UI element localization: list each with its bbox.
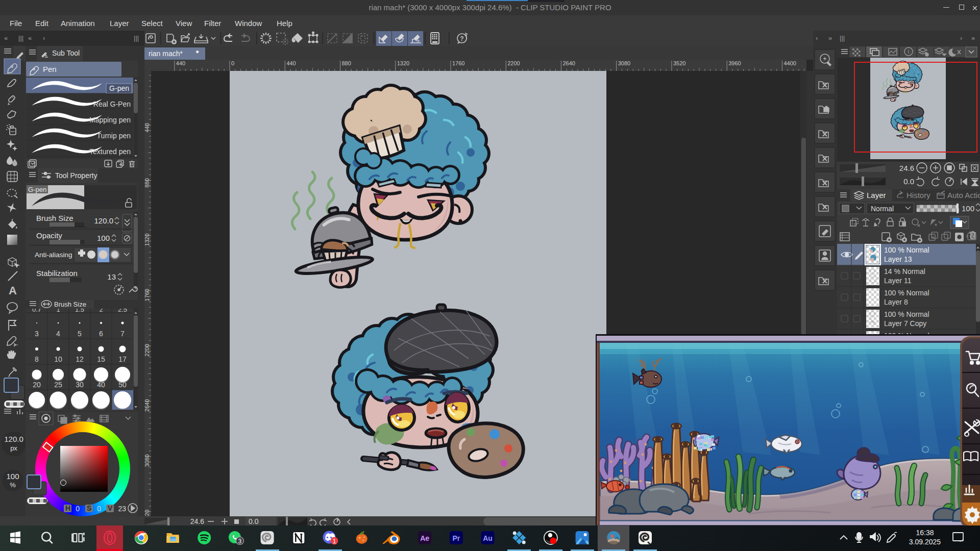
svg-text:100: 100 [962,204,974,213]
svg-text:100: 100 [6,472,19,481]
svg-text:1320: 1320 [397,60,409,66]
svg-text:2640: 2640 [144,399,150,411]
svg-text:Brush Size: Brush Size [36,214,74,222]
svg-text:G-pen: G-pen [109,84,129,92]
svg-text:120.0: 120.0 [4,435,23,443]
svg-text:14 % Normal: 14 % Normal [884,267,925,276]
svg-text:Real G-Pen: Real G-Pen [93,100,131,108]
svg-text:i: i [908,48,909,55]
svg-text:880: 880 [144,179,150,188]
svg-text:440: 440 [144,123,150,132]
svg-text:24.6: 24.6 [899,164,914,172]
svg-text:Brush Size: Brush Size [54,300,86,308]
svg-text:Layer 8: Layer 8 [884,298,908,306]
svg-text:Ae: Ae [420,534,429,542]
svg-text:100 % Normal: 100 % Normal [884,289,929,297]
svg-text:Sub Tool: Sub Tool [52,49,80,57]
svg-text:1: 1 [333,538,336,545]
svg-text:Anti-aliasing: Anti-aliasing [35,251,72,259]
svg-text:440: 440 [176,60,185,66]
svg-text:%: % [10,481,16,489]
svg-text:Auto Action: Auto Action [947,191,980,199]
svg-text:4: 4 [56,330,60,338]
svg-text:50: 50 [118,381,127,389]
svg-text:Layer 7 Copy: Layer 7 Copy [884,319,926,328]
svg-text:0: 0 [76,505,80,513]
svg-text:Normal: Normal [871,205,894,213]
svg-text:3960: 3960 [728,60,741,66]
svg-text:0: 0 [231,60,234,66]
svg-text:23: 23 [118,505,126,513]
svg-text:G-pen: G-pen [28,186,46,193]
svg-text:Pr: Pr [452,534,460,542]
svg-text:Layer 13: Layer 13 [884,255,912,263]
svg-text:15: 15 [97,355,105,363]
svg-text:1760: 1760 [144,289,150,301]
svg-text:1760: 1760 [452,60,464,66]
svg-text:3080: 3080 [144,455,150,467]
svg-text:Textured pen: Textured pen [89,147,131,156]
svg-text:2640: 2640 [562,60,575,66]
svg-text:Layer: Layer [867,191,886,199]
svg-text:Layer 11: Layer 11 [884,277,912,285]
svg-text:S: S [87,504,91,512]
svg-text:5: 5 [78,330,82,338]
svg-text:0: 0 [97,505,101,513]
svg-text:Turnip pen: Turnip pen [97,132,131,140]
svg-text:1320: 1320 [144,234,150,246]
svg-text:3520: 3520 [673,60,685,66]
svg-text:25: 25 [54,381,62,389]
svg-text:?: ? [460,35,463,42]
svg-text:16:38: 16:38 [916,529,934,537]
svg-text:10: 10 [54,355,62,363]
svg-text:V: V [108,504,113,512]
svg-text:Stabilization: Stabilization [36,269,78,278]
svg-text:880: 880 [342,60,351,66]
svg-text:12: 12 [76,355,84,363]
svg-text:7: 7 [120,330,125,338]
svg-text:Au: Au [483,534,493,542]
svg-text:100 % Normal: 100 % Normal [884,310,929,318]
svg-text:3520: 3520 [144,510,150,516]
svg-text:H: H [65,504,70,512]
svg-text:13: 13 [107,272,116,281]
svg-text:2200: 2200 [144,344,150,356]
svg-text:40: 40 [97,381,105,389]
svg-text:Pen: Pen [43,65,57,73]
svg-text:120.0: 120.0 [94,216,113,225]
svg-text:8: 8 [35,355,39,363]
svg-text:3: 3 [35,330,39,338]
svg-text:24.6: 24.6 [190,517,204,525]
svg-text:2200: 2200 [507,60,520,66]
svg-text:3: 3 [238,538,242,545]
svg-text:Tool Property: Tool Property [55,171,97,180]
svg-text:100: 100 [97,234,110,242]
svg-text:6: 6 [99,330,103,338]
svg-text:History: History [906,191,930,199]
svg-text:100 % Normal: 100 % Normal [884,246,929,254]
svg-text:A: A [9,284,17,297]
svg-text:20: 20 [33,381,41,389]
svg-text:Mapping pen: Mapping pen [89,116,131,124]
svg-text:0.0: 0.0 [249,517,259,525]
svg-text:30: 30 [76,381,84,389]
svg-text:4400: 4400 [783,60,796,66]
svg-text:3.09.2025: 3.09.2025 [909,538,941,546]
svg-text:px: px [10,444,17,452]
svg-text:0.0: 0.0 [903,177,914,186]
svg-text:3080: 3080 [618,60,630,66]
svg-text:17: 17 [118,355,127,363]
svg-text:Opacity: Opacity [36,231,62,240]
svg-text:440: 440 [286,60,296,66]
